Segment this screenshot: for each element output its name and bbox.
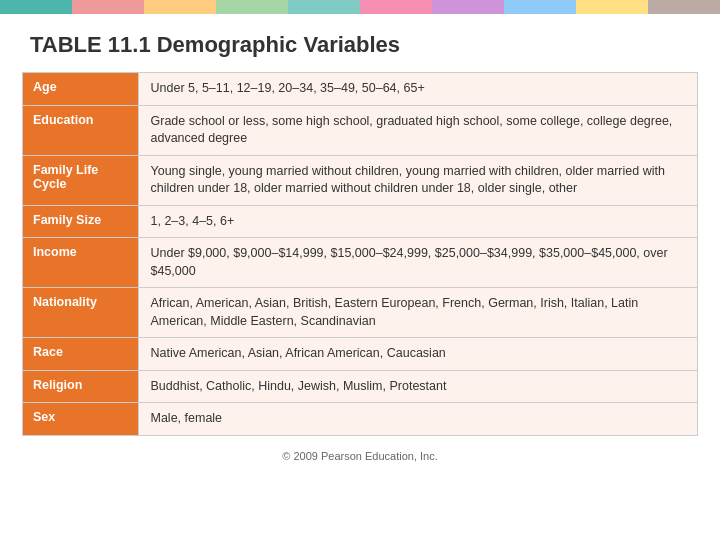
top-bar-segment [288,0,360,14]
row-value: Under 5, 5–11, 12–19, 20–34, 35–49, 50–6… [138,73,697,105]
top-color-bar [0,0,720,14]
top-bar-segment [0,0,72,14]
demographic-table: AgeUnder 5, 5–11, 12–19, 20–34, 35–49, 5… [23,73,697,435]
table-container: AgeUnder 5, 5–11, 12–19, 20–34, 35–49, 5… [22,72,698,436]
row-label: Nationality [23,288,138,338]
row-value: African, American, Asian, British, Easte… [138,288,697,338]
row-label: Religion [23,370,138,403]
row-value: Buddhist, Catholic, Hindu, Jewish, Musli… [138,370,697,403]
table-row: Family Size1, 2–3, 4–5, 6+ [23,205,697,238]
top-bar-segment [504,0,576,14]
top-bar-segment [216,0,288,14]
row-label: Family Size [23,205,138,238]
row-value: Young single, young married without chil… [138,155,697,205]
row-label: Age [23,73,138,105]
row-label: Family Life Cycle [23,155,138,205]
row-label: Race [23,338,138,371]
table-row: Family Life CycleYoung single, young mar… [23,155,697,205]
row-value: Male, female [138,403,697,435]
top-bar-segment [648,0,720,14]
table-row: EducationGrade school or less, some high… [23,105,697,155]
row-value: 1, 2–3, 4–5, 6+ [138,205,697,238]
row-label: Sex [23,403,138,435]
row-value: Under $9,000, $9,000–$14,999, $15,000–$2… [138,238,697,288]
top-bar-segment [144,0,216,14]
top-bar-segment [72,0,144,14]
row-value: Grade school or less, some high school, … [138,105,697,155]
row-value: Native American, Asian, African American… [138,338,697,371]
top-bar-segment [432,0,504,14]
table-row: RaceNative American, Asian, African Amer… [23,338,697,371]
table-row: AgeUnder 5, 5–11, 12–19, 20–34, 35–49, 5… [23,73,697,105]
page-title: TABLE 11.1 Demographic Variables [0,14,720,72]
top-bar-segment [576,0,648,14]
footer-text: © 2009 Pearson Education, Inc. [0,436,720,470]
row-label: Income [23,238,138,288]
row-label: Education [23,105,138,155]
top-bar-segment [360,0,432,14]
table-row: NationalityAfrican, American, Asian, Bri… [23,288,697,338]
table-row: ReligionBuddhist, Catholic, Hindu, Jewis… [23,370,697,403]
table-row: IncomeUnder $9,000, $9,000–$14,999, $15,… [23,238,697,288]
table-row: SexMale, female [23,403,697,435]
